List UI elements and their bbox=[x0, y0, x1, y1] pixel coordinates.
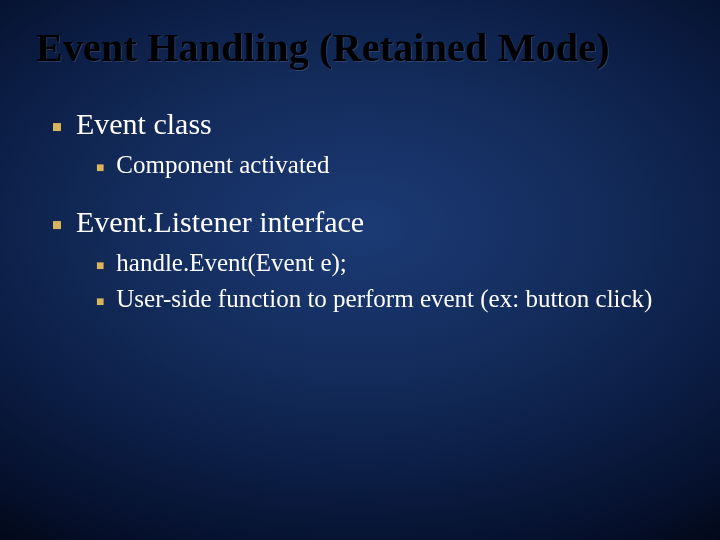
square-bullet-icon: ■ bbox=[96, 161, 104, 175]
square-bullet-icon: ■ bbox=[96, 259, 104, 273]
list-item-text: handle.Event(Event e); bbox=[116, 247, 680, 280]
list-item: ■ Event class bbox=[52, 105, 680, 143]
slide: Event Handling (Retained Mode) ■ Event c… bbox=[0, 0, 720, 540]
list-item: ■ Component activated bbox=[96, 149, 680, 182]
list-item: ■ User-side function to perform event (e… bbox=[96, 283, 680, 316]
list-item-text: Component activated bbox=[116, 149, 680, 182]
square-bullet-icon: ■ bbox=[52, 119, 62, 136]
slide-title: Event Handling (Retained Mode) bbox=[0, 0, 720, 81]
square-bullet-icon: ■ bbox=[96, 295, 104, 309]
square-bullet-icon: ■ bbox=[52, 217, 62, 234]
list-item: ■ Event.Listener interface bbox=[52, 203, 680, 241]
list-item-text: User-side function to perform event (ex:… bbox=[116, 283, 680, 316]
list-item: ■ handle.Event(Event e); bbox=[96, 247, 680, 280]
slide-body: ■ Event class ■ Component activated ■ Ev… bbox=[0, 81, 720, 316]
list-item-text: Event.Listener interface bbox=[76, 203, 680, 241]
list-item-text: Event class bbox=[76, 105, 680, 143]
